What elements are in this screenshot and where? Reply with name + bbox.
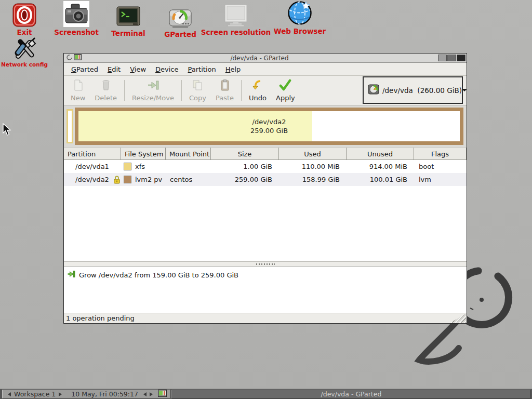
- paste-button[interactable]: Paste: [211, 77, 238, 103]
- paste-icon: [219, 79, 231, 93]
- desktop-icon-screen-resolution[interactable]: Screen resolution: [202, 1, 270, 36]
- window-menu-icon[interactable]: [66, 54, 72, 62]
- terminal-icon: [116, 2, 140, 28]
- toolbar-separator: [241, 80, 242, 101]
- table-empty-area: [64, 186, 467, 261]
- cell-unused: 914.00 MiB: [347, 160, 414, 173]
- desktop-icon-network-config[interactable]: Network config: [0, 34, 49, 68]
- partition-bar-vda1[interactable]: [66, 109, 73, 143]
- table-row-vda1[interactable]: /dev/vda1 xfs 1.00 GiB 110.00 MiB 914.00…: [64, 160, 467, 173]
- window-resize-grip[interactable]: [450, 314, 466, 323]
- delete-button[interactable]: Delete: [90, 77, 122, 103]
- partition-bar-vda2[interactable]: /dev/vda2 259.00 GiB: [75, 108, 463, 145]
- apply-check-icon: [278, 79, 292, 93]
- tray-prev-button[interactable]: [141, 392, 147, 396]
- toolbar-separator: [124, 80, 125, 101]
- disk-icon: [368, 84, 379, 96]
- window-app-icon: [74, 54, 82, 62]
- grip-dots: [256, 263, 275, 265]
- cell-size: 259.00 GiB: [211, 173, 279, 186]
- table-row-vda2[interactable]: /dev/vda2 lvm2 pv centos 259.00 GiB 158.…: [64, 173, 467, 186]
- window-titlebar[interactable]: /dev/vda - GParted: [64, 54, 467, 63]
- device-selector[interactable]: /dev/vda (260.00 GiB): [363, 76, 463, 104]
- visual-size-label: 259.00 GiB: [250, 126, 288, 135]
- workspace-prev-button[interactable]: [6, 392, 11, 396]
- workspace-next-button[interactable]: [59, 392, 64, 396]
- cell-partition: /dev/vda2: [64, 173, 121, 186]
- cell-partition: /dev/vda1: [64, 160, 121, 173]
- desktop-icon-label: Terminal: [111, 29, 145, 37]
- menu-view[interactable]: View: [125, 64, 151, 75]
- header-size[interactable]: Size: [211, 148, 279, 160]
- header-mount-point[interactable]: Mount Point: [166, 148, 211, 160]
- menu-help[interactable]: Help: [221, 64, 246, 75]
- cell-file-system: lvm2 pv: [121, 173, 166, 186]
- desktop-icon-label: GParted: [164, 30, 196, 38]
- gparted-window: /dev/vda - GParted GParted Edit View Dev…: [63, 53, 467, 324]
- maximize-button[interactable]: [447, 55, 456, 61]
- mouse-cursor: [3, 123, 12, 137]
- header-unused[interactable]: Unused: [347, 148, 414, 160]
- header-used[interactable]: Used: [279, 148, 347, 160]
- toolbar: New Delete Resize/Move Copy Paste: [64, 76, 467, 105]
- disk-gauge-icon: [169, 3, 192, 29]
- taskbar-window-button[interactable]: /dev/vda - GParted: [171, 390, 531, 398]
- taskbar-tray: Workspace 1 10 May, Fri 00:59:17: [2, 390, 170, 398]
- menu-edit[interactable]: Edit: [103, 64, 125, 75]
- menu-bar: GParted Edit View Device Partition Help: [64, 63, 467, 76]
- operation-text: Grow /dev/vda2 from 159.00 GiB to 259.00…: [79, 271, 238, 279]
- header-file-system[interactable]: File System: [121, 148, 166, 160]
- table-header-row: Partition File System Mount Point Size U…: [64, 148, 467, 160]
- cell-unused: 100.01 GiB: [347, 173, 414, 186]
- menu-partition[interactable]: Partition: [183, 64, 221, 75]
- taskbar-clock: 10 May, Fri 00:59:17: [71, 390, 138, 398]
- desktop-icon-label: Web Browser: [274, 27, 326, 35]
- chevron-down-icon: [462, 86, 467, 94]
- cell-flags: boot: [414, 160, 467, 173]
- desktop-icon-web-browser[interactable]: Web Browser: [271, 0, 328, 35]
- partition-table: Partition File System Mount Point Size U…: [64, 148, 467, 186]
- toolbar-separator: [181, 80, 182, 101]
- pane-resize-handle[interactable]: [64, 261, 467, 266]
- power-icon: [12, 1, 36, 27]
- workspace-label: Workspace 1: [14, 390, 56, 398]
- desktop-icon-terminal[interactable]: Terminal: [108, 2, 149, 37]
- grow-icon: [67, 270, 75, 280]
- copy-icon: [191, 79, 204, 93]
- header-partition[interactable]: Partition: [64, 148, 121, 160]
- cell-mount-point: centos: [166, 173, 211, 186]
- tools-icon: [11, 34, 38, 60]
- resize-move-button[interactable]: Resize/Move: [127, 77, 179, 103]
- minimize-button[interactable]: [438, 55, 447, 61]
- trash-icon: [100, 79, 112, 93]
- resize-arrow-icon: [147, 79, 160, 93]
- copy-button[interactable]: Copy: [184, 77, 211, 103]
- tray-next-button[interactable]: [150, 392, 155, 396]
- partition-visual-area: /dev/vda2 259.00 GiB: [64, 105, 467, 148]
- cell-used: 158.99 GiB: [279, 173, 347, 186]
- header-flags[interactable]: Flags: [414, 148, 467, 160]
- filesystem-color-swatch: [124, 163, 131, 170]
- desktop-icon-gparted[interactable]: GParted: [162, 3, 198, 38]
- cell-flags: lvm: [414, 173, 467, 186]
- pending-operations-pane: Grow /dev/vda2 from 159.00 GiB to 259.00…: [64, 266, 467, 313]
- visual-partition-label: /dev/vda2: [252, 117, 286, 126]
- menu-device[interactable]: Device: [151, 64, 183, 75]
- close-button[interactable]: [457, 55, 466, 61]
- status-text: 1 operation pending: [66, 314, 135, 322]
- desktop-icon-screenshot[interactable]: Screenshot: [54, 1, 99, 36]
- apply-button[interactable]: Apply: [271, 77, 300, 103]
- operation-item: Grow /dev/vda2 from 159.00 GiB to 259.00…: [67, 270, 463, 280]
- cell-mount-point: [166, 160, 211, 173]
- device-selector-value: /dev/vda (260.00 GiB): [382, 86, 462, 95]
- new-button[interactable]: New: [66, 77, 90, 103]
- status-bar: 1 operation pending: [64, 313, 467, 323]
- menu-gparted[interactable]: GParted: [66, 64, 103, 75]
- cell-file-system: xfs: [121, 160, 166, 173]
- undo-button[interactable]: Undo: [244, 77, 271, 103]
- desktop-icon-label: Screen resolution: [201, 28, 271, 36]
- lock-icon: [113, 175, 121, 185]
- desktop-icon-exit[interactable]: Exit: [9, 1, 39, 36]
- desktop-icon-label: Network config: [1, 61, 48, 68]
- gparted-tray-icon[interactable]: [158, 390, 167, 398]
